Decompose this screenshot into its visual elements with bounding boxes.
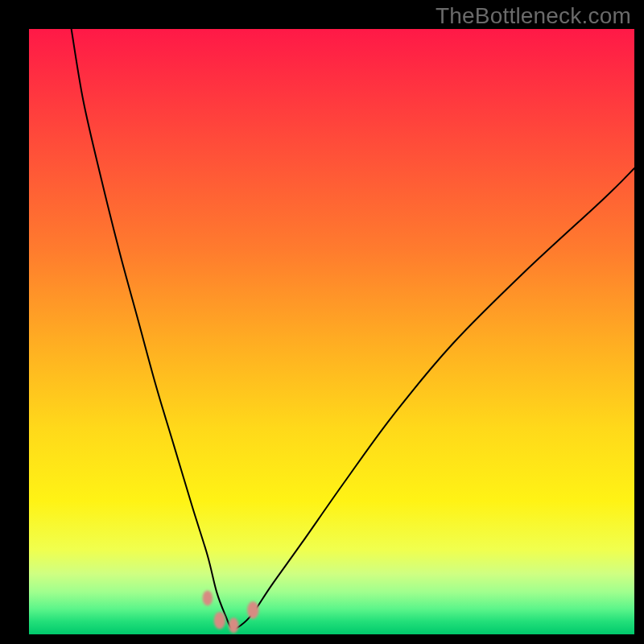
vertex-marker bbox=[247, 601, 258, 619]
watermark: TheBottleneck.com bbox=[436, 3, 631, 29]
gradient-background bbox=[29, 29, 634, 634]
chart-frame: TheBottleneck.com bbox=[0, 0, 644, 644]
plot-area bbox=[29, 29, 634, 634]
vertex-marker bbox=[214, 612, 225, 630]
vertex-marker bbox=[203, 590, 213, 605]
vertex-marker bbox=[229, 617, 239, 633]
chart-svg bbox=[29, 29, 634, 634]
